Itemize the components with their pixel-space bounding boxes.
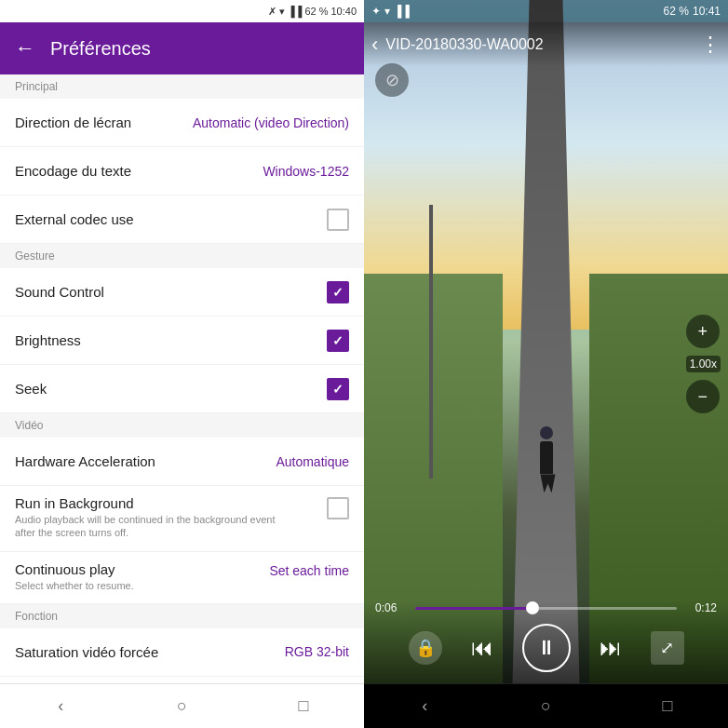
fullscreen-button[interactable]: ⤢ (651, 631, 684, 665)
bluetooth-icon: ✗ (268, 6, 276, 18)
seek-progress (415, 607, 533, 610)
setting-label: Brightness (15, 332, 327, 348)
pause-button[interactable]: ⏸ (522, 624, 571, 672)
wifi-icon-right: ▾ (384, 5, 390, 18)
toolbar: ← Préférences (0, 22, 364, 74)
wifi-icon: ▾ (279, 6, 285, 18)
time-left: 10:40 (330, 6, 357, 17)
status-bar-left: ✗ ▾ ▐▐ 62 % 10:40 (0, 0, 364, 22)
time-right: 10:41 (693, 5, 721, 18)
prev-button[interactable]: ⏮ (471, 635, 493, 661)
bottom-nav-right: ‹ ○ □ (364, 683, 728, 728)
setting-value-direction: Automatic (video Direction) (193, 115, 349, 130)
total-time: 0:12 (684, 601, 717, 614)
setting-saturation[interactable]: Saturation vidéo forcée RGB 32-bit (0, 628, 364, 677)
setting-value-sat: RGB 32-bit (285, 644, 349, 659)
lock-button[interactable]: 🔒 (409, 631, 442, 665)
figure-head (540, 426, 553, 439)
zoom-out-button[interactable]: − (686, 380, 720, 413)
nav-back-right[interactable]: ‹ (402, 684, 447, 729)
nav-recents-button[interactable]: □ (281, 684, 326, 729)
battery-text: 62 % (304, 6, 328, 17)
setting-label: Direction de lécran (15, 115, 193, 130)
status-icons: ✗ ▾ ▐▐ 62 % 10:40 (268, 6, 357, 18)
setting-label: Continuous play (15, 561, 269, 577)
setting-content: Continuous play Select whether to resume… (15, 561, 269, 592)
setting-content: Direction de lécran (15, 115, 193, 130)
checkbox-brightness[interactable] (327, 330, 349, 352)
setting-content: Brightness (15, 332, 327, 348)
setting-value-encodage: Windows-1252 (263, 164, 349, 179)
setting-external-codec[interactable]: External codec use (0, 195, 364, 244)
setting-brightness[interactable]: Brightness (0, 317, 364, 365)
video-menu-button[interactable]: ⋮ (700, 33, 721, 57)
setting-label: Sound Control (15, 284, 327, 300)
rotate-icon[interactable]: ⊘ (375, 63, 409, 97)
figure-body (540, 441, 553, 474)
bottom-nav-left: ‹ ○ □ (0, 683, 364, 728)
setting-value-continuous: Set each time (269, 563, 349, 578)
nav-home-right[interactable]: ○ (523, 684, 568, 729)
setting-deblocage[interactable]: Paramètres de filtre de déblocage Automa… (0, 677, 364, 683)
back-button[interactable]: ← (15, 36, 35, 61)
setting-content: Sound Control (15, 284, 327, 300)
setting-sound-control[interactable]: Sound Control (0, 268, 364, 317)
status-bar-right: ✦ ▾ ▐▐ 62 % 10:41 (364, 0, 728, 22)
setting-content: Saturation vidéo forcée (15, 644, 285, 660)
checkbox-external-codec[interactable] (327, 209, 349, 231)
signal-icon-right: ▐▐ (394, 5, 410, 18)
setting-content: Seek (15, 381, 327, 397)
setting-hw-accel[interactable]: Hardware Acceleration Automatique (0, 438, 364, 486)
pole (429, 205, 433, 479)
toolbar-title: Préférences (50, 38, 151, 60)
setting-direction[interactable]: Direction de lécran Automatic (video Dir… (0, 99, 364, 147)
left-panel: ✗ ▾ ▐▐ 62 % 10:40 ← Préférences Principa… (0, 0, 364, 728)
right-side-controls: + 1.00x − (686, 315, 721, 413)
video-title: VID-20180330-WA0002 (385, 36, 700, 53)
battery-right: 62 % (664, 5, 689, 18)
seek-thumb[interactable] (526, 601, 539, 614)
setting-content: External codec use (15, 211, 327, 227)
settings-list: Principal Direction de lécran Automatic … (0, 74, 364, 683)
setting-encodage[interactable]: Encodage du texte Windows-1252 (0, 147, 364, 195)
right-status-left: ✦ ▾ ▐▐ (371, 5, 410, 18)
right-panel: ✦ ▾ ▐▐ 62 % 10:41 ‹ VID-20180330-WA0002 … (364, 0, 728, 728)
video-controls: 0:06 0:12 🔒 ⏮ ⏸ ⏭ ⤢ (364, 601, 728, 683)
checkbox-sound-control[interactable] (327, 281, 349, 303)
speed-label: 1.00x (686, 356, 721, 372)
setting-continuous-play[interactable]: Continuous play Select whether to resume… (0, 552, 364, 604)
checkbox-run-bg[interactable] (327, 497, 349, 519)
setting-value-hw: Automatique (276, 454, 349, 469)
section-principal: Principal (0, 74, 364, 99)
setting-label: Run in Background (15, 495, 327, 511)
setting-label: Saturation vidéo forcée (15, 644, 285, 660)
zoom-in-button[interactable]: + (686, 315, 720, 348)
current-time: 0:06 (375, 601, 408, 614)
setting-label: External codec use (15, 211, 327, 227)
bt-icon-right: ✦ (371, 5, 381, 18)
seek-bar-container: 0:06 0:12 (375, 601, 717, 614)
setting-sublabel: Select whether to resume. (15, 579, 269, 592)
playback-controls: 🔒 ⏮ ⏸ ⏭ ⤢ (375, 620, 717, 676)
section-video: Vidéo (0, 413, 364, 438)
figure (533, 426, 560, 492)
setting-sublabel: Audio playback will be continued in the … (15, 513, 276, 540)
nav-home-button[interactable]: ○ (159, 684, 204, 729)
nav-recents-right[interactable]: □ (645, 684, 690, 729)
figure-legs (537, 474, 556, 492)
right-status-right: 62 % 10:41 (664, 5, 721, 18)
setting-run-bg[interactable]: Run in Background Audio playback will be… (0, 486, 364, 552)
setting-label: Encodage du texte (15, 163, 263, 179)
next-button[interactable]: ⏭ (600, 635, 622, 661)
video-background (364, 0, 728, 683)
seek-bar[interactable] (415, 607, 677, 610)
signal-icon: ▐▐ (288, 6, 303, 17)
setting-label: Seek (15, 381, 327, 397)
checkbox-seek[interactable] (327, 378, 349, 400)
setting-seek[interactable]: Seek (0, 365, 364, 413)
setting-content: Encodage du texte (15, 163, 263, 179)
video-back-button[interactable]: ‹ (371, 33, 378, 57)
setting-content: Hardware Acceleration (15, 453, 276, 469)
setting-label: Hardware Acceleration (15, 453, 276, 469)
nav-back-button[interactable]: ‹ (38, 684, 83, 729)
